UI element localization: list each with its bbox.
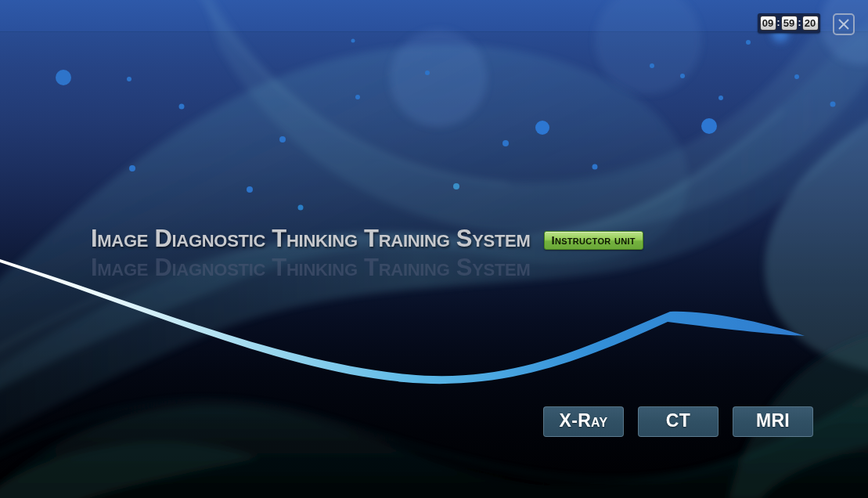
ct-button[interactable]: CT (638, 406, 719, 437)
clock-hours: 09 (760, 16, 776, 31)
instructor-unit-badge: Instructor unit (544, 231, 643, 250)
clock-colon: : (798, 18, 801, 27)
close-icon (837, 18, 850, 31)
mri-button[interactable]: MRI (733, 406, 813, 437)
clock: 09 : 59 : 20 (758, 13, 820, 33)
modality-button-row: X-Ray CT MRI (543, 406, 813, 437)
close-button[interactable] (833, 13, 855, 35)
splash-screen: 09 : 59 : 20 Image Diagnostic Thinking T… (0, 0, 868, 498)
page-title-reflection: Image Diagnostic Thinking Training Syste… (91, 254, 531, 281)
xray-button[interactable]: X-Ray (543, 406, 624, 437)
page-title: Image Diagnostic Thinking Training Syste… (91, 226, 531, 252)
clock-seconds: 20 (802, 16, 819, 31)
clock-minutes: 59 (781, 16, 798, 31)
clock-colon: : (777, 18, 780, 27)
title-row: Image Diagnostic Thinking Training Syste… (91, 226, 643, 252)
